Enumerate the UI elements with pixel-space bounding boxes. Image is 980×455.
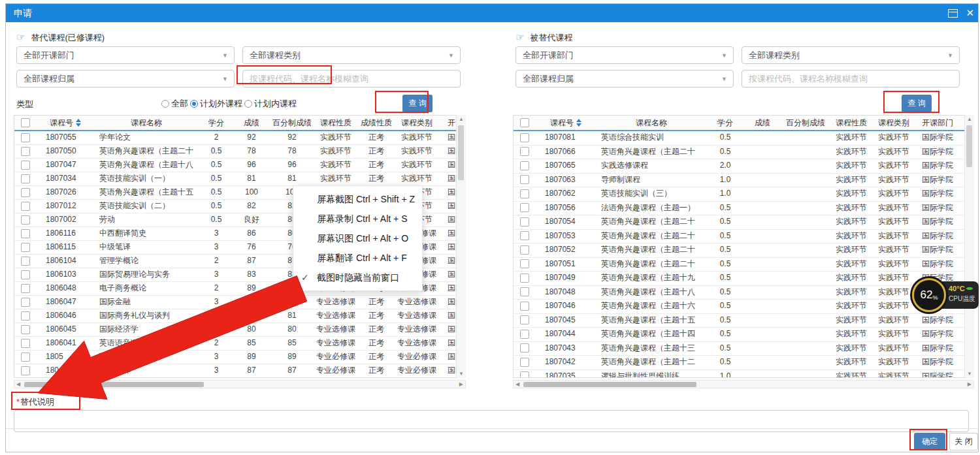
row-checkbox[interactable] xyxy=(520,358,529,367)
right-horizontal-scrollbar[interactable]: ◀ ▶ xyxy=(513,380,974,388)
cell: 实践环节 xyxy=(830,215,873,229)
right-belong-filter[interactable]: 全部课程归属▼ xyxy=(515,70,734,87)
cell: 0.5 xyxy=(199,200,234,213)
radio-out-of-plan[interactable]: 计划外课程 xyxy=(190,98,242,110)
row-checkbox[interactable] xyxy=(520,147,529,156)
row-checkbox[interactable] xyxy=(21,270,30,279)
row-checkbox[interactable] xyxy=(520,189,529,198)
row-checkbox[interactable] xyxy=(520,133,529,142)
scroll-right-icon[interactable]: ▶ xyxy=(457,381,465,387)
row-checkbox[interactable] xyxy=(21,174,30,183)
cell: 实践环节 xyxy=(315,159,357,172)
cell: 国际学院 xyxy=(915,131,960,145)
cell: 实践环节 xyxy=(873,300,915,313)
cell: 1807056 xyxy=(536,202,596,215)
cell: 英语角兴趣课程（主题二十 xyxy=(596,146,707,159)
row-checkbox[interactable] xyxy=(21,215,30,225)
cell: 1806116 xyxy=(37,227,94,240)
menu-item-hide-window[interactable]: ✓截图时隐藏当前窗口 xyxy=(293,268,422,287)
table-row: 1807056法语角兴趣课程（主题一）0.5实践环节实践环节国际学院 xyxy=(514,202,973,216)
row-checkbox[interactable] xyxy=(520,231,529,240)
scroll-down-icon[interactable]: ▼ xyxy=(967,369,972,378)
scroll-left-icon[interactable]: ◀ xyxy=(14,381,22,387)
scroll-down-icon[interactable]: ▼ xyxy=(459,369,464,378)
scroll-right-icon[interactable]: ▶ xyxy=(966,381,973,387)
restore-icon[interactable] xyxy=(948,9,958,18)
cell: 1806115 xyxy=(37,241,94,254)
row-checkbox[interactable] xyxy=(520,245,529,255)
row-checkbox[interactable] xyxy=(21,298,30,307)
row-checkbox[interactable] xyxy=(520,287,529,296)
row-checkbox[interactable] xyxy=(520,217,529,227)
row-checkbox[interactable] xyxy=(21,229,30,238)
row-checkbox[interactable] xyxy=(21,202,30,211)
section-header: ☞替代课程(已修课程) xyxy=(16,31,105,44)
left-vertical-scrollbar[interactable]: ▲ ▼ xyxy=(456,115,466,378)
sort-icon[interactable] xyxy=(76,119,81,127)
row-checkbox[interactable] xyxy=(21,366,30,375)
right-department-filter[interactable]: 全部开课部门▼ xyxy=(515,46,734,64)
row-checkbox[interactable] xyxy=(520,343,529,353)
row-checkbox[interactable] xyxy=(520,259,529,268)
cell: 0.5 xyxy=(707,243,743,257)
cell: 1806048 xyxy=(37,282,94,295)
column-header: 成绩 xyxy=(755,118,770,129)
scroll-up-icon[interactable]: ▲ xyxy=(967,115,972,123)
row-checkbox[interactable] xyxy=(520,315,529,324)
row-checkbox[interactable] xyxy=(520,371,529,378)
select-all-checkbox[interactable] xyxy=(520,118,529,127)
row-checkbox[interactable] xyxy=(21,257,30,266)
scroll-thumb[interactable] xyxy=(523,382,696,387)
left-query-button[interactable]: 查 询 xyxy=(402,95,433,112)
table-row: 1807049英语角兴趣课程（主题十九0.5实践环节实践环节国际学院 xyxy=(514,272,973,286)
scroll-left-icon[interactable]: ◀ xyxy=(514,381,521,387)
right-query-button[interactable]: 查 询 xyxy=(902,95,932,112)
left-search-input[interactable]: 按课程代码、课程名称模糊查询 xyxy=(242,70,461,87)
row-checkbox[interactable] xyxy=(21,243,30,252)
radio-icon xyxy=(161,100,169,108)
cell: 实践环节 xyxy=(830,314,873,328)
row-checkbox[interactable] xyxy=(21,147,30,156)
cell: 实践环节 xyxy=(873,370,915,379)
row-checkbox[interactable] xyxy=(21,325,30,334)
row-checkbox[interactable] xyxy=(21,284,30,293)
radio-all[interactable]: 全部 xyxy=(161,98,188,110)
right-vertical-scrollbar[interactable]: ▲ ▼ xyxy=(964,115,974,378)
scroll-thumb[interactable] xyxy=(24,382,204,387)
right-search-input[interactable]: 按课程代码、课程名称模糊查询 xyxy=(742,70,960,87)
sort-icon[interactable] xyxy=(576,119,581,127)
row-checkbox[interactable] xyxy=(21,188,30,197)
left-department-filter[interactable]: 全部开课部门▼ xyxy=(16,46,235,64)
row-checkbox[interactable] xyxy=(520,203,529,212)
cell: 西方文明通论 xyxy=(94,351,199,364)
left-horizontal-scrollbar[interactable]: ◀ ▶ xyxy=(14,380,466,388)
menu-item-screen-record[interactable]: 屏幕录制 Ctrl + Alt + S xyxy=(293,209,422,228)
select-all-checkbox[interactable] xyxy=(21,118,30,127)
scroll-thumb[interactable] xyxy=(458,125,464,180)
row-checkbox[interactable] xyxy=(21,353,30,362)
right-category-filter[interactable]: 全部课程类别▼ xyxy=(742,46,960,64)
scroll-up-icon[interactable]: ▲ xyxy=(459,115,464,123)
row-checkbox[interactable] xyxy=(520,330,529,339)
row-checkbox[interactable] xyxy=(21,133,30,142)
row-checkbox[interactable] xyxy=(21,311,30,321)
cell xyxy=(781,230,830,243)
menu-item-screen-capture[interactable]: 屏幕截图 Ctrl + Shift + Z xyxy=(293,189,422,209)
radio-in-plan[interactable]: 计划内课程 xyxy=(244,98,297,110)
row-checkbox[interactable] xyxy=(520,302,529,311)
close-icon[interactable]: ✕ xyxy=(966,4,974,22)
menu-item-screen-ocr[interactable]: 屏幕识图 Ctrl + Alt + O xyxy=(293,228,422,248)
confirm-button[interactable]: 确定 xyxy=(914,433,945,450)
table-row: 180基础笔译38787专业必修课正考专业必修课国际学院 xyxy=(14,364,465,378)
row-checkbox[interactable] xyxy=(520,274,529,283)
row-checkbox[interactable] xyxy=(21,161,30,170)
row-checkbox[interactable] xyxy=(520,175,529,184)
row-checkbox[interactable] xyxy=(520,161,529,170)
menu-item-screen-translate[interactable]: 屏幕翻译 Ctrl + Alt + F xyxy=(293,248,422,268)
left-category-filter[interactable]: 全部课程类别▼ xyxy=(242,46,461,64)
close-button[interactable]: 关 闭 xyxy=(949,433,978,450)
scroll-thumb[interactable] xyxy=(966,125,972,167)
left-belong-filter[interactable]: 全部课程归属▼ xyxy=(16,70,235,87)
table-row: 1807052英语角兴趣课程（主题二十0.5实践环节实践环节国际学院 xyxy=(514,243,973,258)
row-checkbox[interactable] xyxy=(21,339,30,348)
